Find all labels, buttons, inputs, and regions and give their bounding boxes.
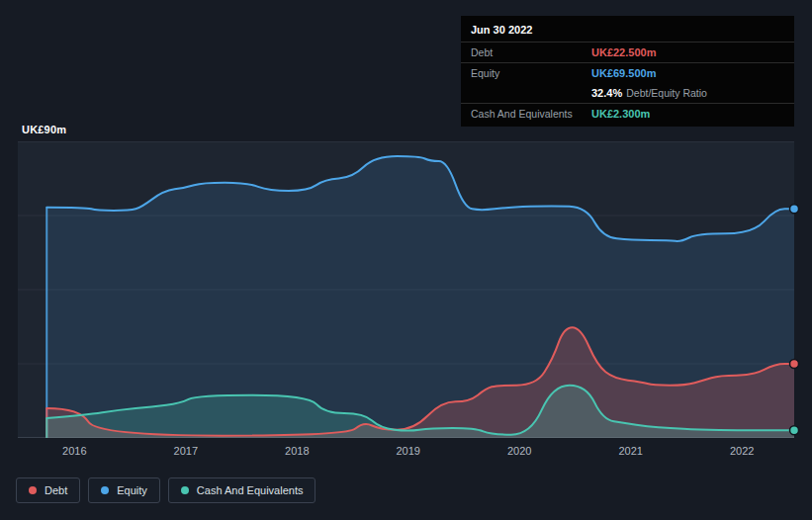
x-axis-tick-2021: 2021 <box>618 445 642 457</box>
tooltip-cash-row: Cash And Equivalents UK£2.300m <box>461 104 794 127</box>
x-axis-tick-2022: 2022 <box>730 445 754 457</box>
tooltip-cash-value: UK£2.300m <box>591 108 650 120</box>
tooltip-equity-label: Equity <box>471 67 591 79</box>
legend-item-equity[interactable]: Equity <box>88 477 160 503</box>
equity-series-dot-icon <box>101 486 109 494</box>
tooltip-card: Jun 30 2022 Debt UK£22.500m Equity UK£69… <box>461 16 794 127</box>
tooltip-date: Jun 30 2022 <box>461 16 794 43</box>
debt-series-dot-icon <box>29 486 37 494</box>
legend-item-cash[interactable]: Cash And Equivalents <box>168 477 316 503</box>
tooltip-equity-value: UK£69.500m <box>591 67 656 79</box>
debt-equity-area-chart[interactable] <box>18 141 794 438</box>
tooltip-cash-label: Cash And Equivalents <box>471 108 591 120</box>
chart-legend: Debt Equity Cash And Equivalents <box>16 477 316 503</box>
tooltip-debt-value: UK£22.500m <box>591 46 656 58</box>
tooltip-debt-label: Debt <box>471 46 591 58</box>
legend-item-debt[interactable]: Debt <box>16 477 80 503</box>
cash-series-dot-icon <box>181 486 189 494</box>
y-axis-max-label: UK£90m <box>22 124 66 135</box>
debt-equity-chart-screen: Jun 30 2022 Debt UK£22.500m Equity UK£69… <box>0 0 812 520</box>
x-axis-tick-2020: 2020 <box>507 445 531 457</box>
chart-plot-area[interactable] <box>18 141 794 438</box>
legend-debt-label: Debt <box>45 484 67 496</box>
x-axis-tick-2016: 2016 <box>62 445 86 457</box>
x-axis-tick-2017: 2017 <box>174 445 198 457</box>
tooltip-ratio-row: 32.4% Debt/Equity Ratio <box>461 83 794 104</box>
tooltip-equity-row: Equity UK£69.500m <box>461 63 794 83</box>
tooltip-ratio-label: Debt/Equity Ratio <box>626 87 707 99</box>
legend-equity-label: Equity <box>117 484 147 496</box>
x-axis-tick-2019: 2019 <box>396 445 419 457</box>
tooltip-ratio-value: 32.4% <box>591 87 622 99</box>
x-axis-tick-2018: 2018 <box>285 445 309 457</box>
tooltip-debt-row: Debt UK£22.500m <box>461 43 794 63</box>
legend-cash-label: Cash And Equivalents <box>197 484 304 496</box>
x-axis: 2016201720182019202020212022 <box>18 445 794 459</box>
